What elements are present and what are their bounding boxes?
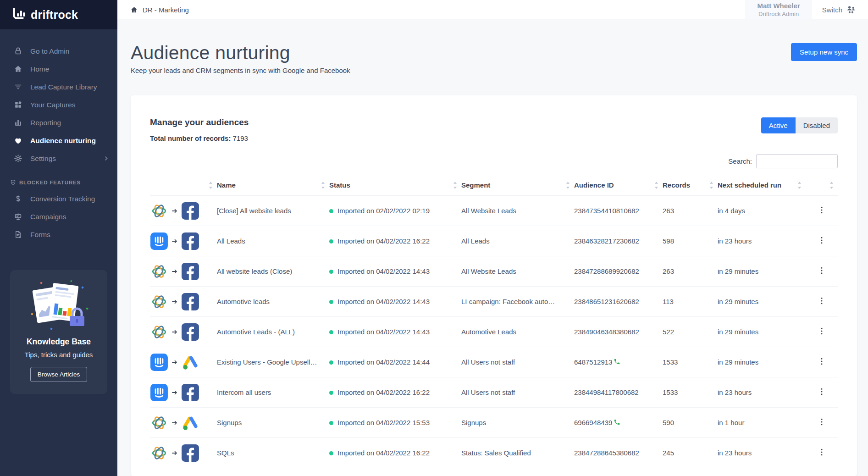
facebook-icon — [181, 262, 199, 281]
sort-icon[interactable] — [829, 181, 834, 189]
user-role: Driftrock Admin — [758, 11, 799, 17]
sort-icon[interactable] — [453, 181, 458, 189]
intercom-icon — [150, 383, 168, 402]
sync-name: Existing Users - Google Upsell… — [217, 358, 317, 366]
status-text: Imported on 04/02/2022 16:22 — [337, 449, 430, 457]
breadcrumb-label: DR - Marketing — [143, 6, 189, 14]
total-records: Total number of records: 7193 — [150, 134, 249, 142]
sidebar-item-label: Forms — [30, 231, 50, 239]
driftrock-logo[interactable]: driftrock — [0, 0, 117, 29]
audience-id: 23846328217230682 — [574, 237, 639, 245]
kebab-menu-icon[interactable] — [817, 296, 826, 305]
column-header-segment[interactable]: Segment — [461, 175, 574, 196]
user-menu[interactable]: Matt Wheeler Driftrock Admin — [745, 0, 812, 19]
kebab-menu-icon[interactable] — [817, 266, 826, 275]
status-dot-icon — [329, 239, 333, 244]
segment-name: All Website Leads — [461, 207, 516, 215]
page-subtitle: Keep your leads and CRM segments in sync… — [131, 66, 350, 74]
sort-icon[interactable] — [321, 181, 326, 189]
browse-articles-button[interactable]: Browse Articles — [30, 367, 87, 382]
column-header-next-scheduled-run[interactable]: Next scheduled run — [718, 175, 806, 196]
sort-icon[interactable] — [709, 181, 714, 189]
close-icon — [150, 202, 168, 220]
lock-icon — [14, 47, 22, 55]
sidebar-item-audience-nurturing[interactable]: Audience nurturing — [0, 132, 117, 149]
kebab-menu-icon[interactable] — [817, 327, 826, 336]
next-scheduled-run: in 23 hours — [718, 388, 752, 396]
status-text: Imported on 02/02/2022 02:19 — [337, 207, 430, 215]
kebab-menu-icon[interactable] — [817, 205, 826, 215]
segment-name: LI campaign: Facebook auto… — [461, 298, 555, 305]
dollar-icon — [14, 194, 22, 203]
column-header-sync-apps[interactable] — [150, 175, 217, 196]
sidebar-item-label: Reporting — [30, 119, 61, 127]
sidebar-item-forms[interactable]: Forms — [0, 226, 117, 244]
arrow-right-icon — [171, 420, 178, 426]
search-input[interactable] — [756, 154, 838, 168]
kebab-menu-icon[interactable] — [817, 357, 826, 366]
segment-name: All Website Leads — [461, 267, 516, 275]
sidebar-item-go-to-admin[interactable]: Go to Admin — [0, 42, 117, 60]
status-dot-icon — [329, 270, 333, 274]
facebook-icon — [181, 202, 199, 220]
sort-icon[interactable] — [208, 181, 213, 189]
status-text: Imported on 04/02/2022 14:44 — [337, 358, 430, 366]
kebab-menu-icon[interactable] — [817, 448, 826, 457]
form-icon — [14, 230, 22, 239]
filter-active-button[interactable]: Active — [761, 117, 796, 133]
sidebar-item-label: Audience nurturing — [30, 137, 96, 145]
knowledge-base-illustration — [24, 278, 94, 332]
search-bar: Search: — [150, 154, 838, 168]
sidebar-item-conversion-tracking[interactable]: Conversion Tracking — [0, 190, 117, 208]
column-label: Records — [663, 181, 690, 189]
audience-id: 23847354410810682 — [574, 207, 639, 215]
sidebar-item-home[interactable]: Home — [0, 60, 117, 78]
column-label: Next scheduled run — [718, 181, 781, 189]
setup-new-sync-button[interactable]: Setup new sync — [791, 43, 857, 61]
driftrock-logo-icon — [11, 7, 26, 22]
sync-name: Automotive Leads - (ALL) — [217, 328, 295, 336]
close-icon — [150, 414, 168, 432]
sidebar-item-label: Settings — [30, 155, 56, 163]
switch-label: Switch — [822, 6, 842, 14]
facebook-icon — [181, 232, 199, 250]
status-text: Imported on 04/02/2022 14:43 — [337, 328, 430, 336]
records-count: 263 — [663, 207, 674, 215]
table-row: Signups Imported on 04/02/2022 15:53 Sig… — [150, 408, 838, 438]
sort-icon[interactable] — [654, 181, 659, 189]
breadcrumb[interactable]: DR - Marketing — [130, 6, 189, 14]
status-text: Imported on 04/02/2022 14:43 — [337, 267, 430, 275]
table-row: SQLs Imported on 04/02/2022 16:22 Status… — [150, 438, 838, 468]
records-count: 522 — [663, 328, 674, 336]
sidebar-item-settings[interactable]: Settings — [0, 149, 117, 167]
records-count: 590 — [663, 419, 674, 426]
audience-id: 23847288645380682 — [574, 449, 639, 457]
sign-icon — [14, 212, 22, 221]
sidebar-item-lead-capture-library[interactable]: Lead Capture Library — [0, 78, 117, 96]
sort-icon[interactable] — [797, 181, 802, 189]
close-icon — [150, 293, 168, 311]
column-header-records[interactable]: Records — [663, 175, 718, 196]
table-body: [Close] All website leads Imported on 02… — [150, 196, 838, 468]
kebab-menu-icon[interactable] — [817, 236, 826, 245]
sidebar-item-reporting[interactable]: Reporting — [0, 114, 117, 132]
status-text: Imported on 04/02/2022 16:22 — [337, 388, 430, 396]
sync-apps — [150, 232, 210, 250]
filter-disabled-button[interactable]: Disabled — [796, 117, 838, 133]
table-row: All website leads (Close) Imported on 04… — [150, 256, 838, 287]
kebab-menu-icon[interactable] — [817, 387, 826, 396]
audience-id: 23844984117800682 — [574, 388, 639, 396]
column-header-actions[interactable] — [806, 175, 838, 196]
filter-icon — [14, 83, 22, 91]
switch-account-button[interactable]: Switch — [812, 5, 868, 15]
sync-apps — [150, 414, 210, 432]
sidebar-item-your-captures[interactable]: Your Captures — [0, 96, 117, 114]
intercom-icon — [150, 232, 168, 250]
kebab-menu-icon[interactable] — [817, 417, 826, 426]
sidebar-item-campaigns[interactable]: Campaigns — [0, 208, 117, 226]
column-header-status[interactable]: Status — [329, 175, 461, 196]
column-header-name[interactable]: Name — [217, 175, 329, 196]
sort-icon[interactable] — [565, 181, 570, 189]
column-header-audience-id[interactable]: Audience ID — [574, 175, 663, 196]
next-scheduled-run: in 23 hours — [718, 237, 752, 245]
